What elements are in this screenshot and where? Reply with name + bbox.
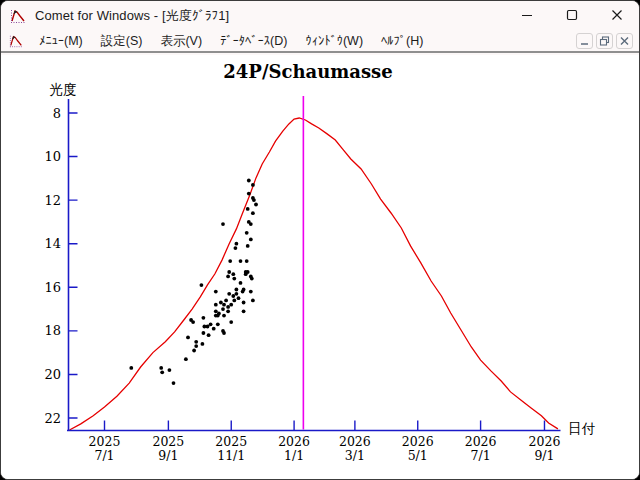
- observation-point: [219, 301, 223, 305]
- x-tick-label-date: 9/1: [158, 448, 178, 463]
- menu-item-view[interactable]: 表示(V): [151, 31, 211, 52]
- observation-point: [251, 183, 255, 187]
- observation-point: [237, 296, 241, 300]
- observation-point: [246, 244, 250, 248]
- observation-point: [254, 203, 258, 207]
- x-tick-label-date: 7/1: [471, 448, 491, 463]
- mdi-restore-button[interactable]: [596, 33, 613, 49]
- observation-point: [226, 309, 230, 313]
- mdi-close-icon: [619, 34, 630, 49]
- x-tick-label-year: 2025: [152, 434, 184, 449]
- observation-point: [229, 303, 233, 307]
- observation-point: [194, 344, 198, 348]
- x-tick-label-date: 7/1: [94, 448, 114, 463]
- x-tick-label-date: 11/1: [217, 448, 245, 463]
- observation-point: [212, 327, 216, 331]
- y-tick-label: 22: [44, 411, 61, 426]
- x-tick-label-date: 3/1: [345, 448, 365, 463]
- observation-point: [235, 242, 239, 246]
- x-tick-label-year: 2026: [465, 434, 497, 449]
- chart-title: 24P/Schaumasse: [223, 61, 392, 82]
- y-tick-label: 14: [44, 236, 61, 251]
- observation-point: [207, 333, 211, 337]
- observation-point: [249, 238, 253, 242]
- observation-point: [226, 275, 230, 279]
- observation-point: [201, 342, 205, 346]
- observation-point: [217, 312, 221, 316]
- menu-item-database[interactable]: ﾃﾞｰﾀﾍﾞｰｽ(D): [211, 32, 296, 50]
- x-tick-label-year: 2025: [215, 434, 247, 449]
- observation-point: [160, 370, 164, 374]
- observation-point: [229, 320, 233, 324]
- y-tick-label: 12: [44, 193, 61, 208]
- observation-point: [242, 309, 246, 313]
- menu-item-help[interactable]: ﾍﾙﾌﾟ(H): [372, 32, 432, 50]
- observation-point: [222, 331, 226, 335]
- menu-item-menu[interactable]: ﾒﾆｭｰ(M): [30, 32, 92, 50]
- x-tick-label-year: 2026: [278, 434, 310, 449]
- title-bar[interactable]: Comet for Windows - [光度ｸﾞﾗﾌ1]: [1, 1, 639, 31]
- observation-point: [221, 222, 225, 226]
- observation-point: [214, 309, 218, 313]
- observation-point: [245, 259, 249, 263]
- observation-point: [226, 305, 230, 309]
- observation-point: [232, 277, 236, 281]
- observation-point: [209, 322, 213, 326]
- observation-point: [231, 294, 235, 298]
- observation-point: [159, 366, 163, 370]
- observation-point: [194, 340, 198, 344]
- observation-point: [228, 259, 232, 263]
- x-axis-title: 日付: [568, 421, 596, 436]
- observation-point: [246, 207, 250, 211]
- window-title: Comet for Windows - [光度ｸﾞﾗﾌ1]: [35, 7, 229, 25]
- close-icon: [611, 9, 623, 24]
- observation-point: [172, 381, 176, 385]
- observation-point: [234, 246, 238, 250]
- x-tick-label-year: 2026: [339, 434, 371, 449]
- predicted-curve: [70, 118, 558, 430]
- mdi-minimize-button[interactable]: [576, 33, 593, 49]
- x-tick-label-year: 2025: [89, 434, 121, 449]
- axes: [67, 99, 561, 431]
- maximize-icon: [566, 9, 578, 24]
- observation-point: [129, 366, 133, 370]
- observation-point: [242, 288, 246, 292]
- observation-point: [235, 288, 239, 292]
- observation-point: [252, 198, 256, 202]
- menu-bar: ﾒﾆｭｰ(M) 設定(S) 表示(V) ﾃﾞｰﾀﾍﾞｰｽ(D) ｳｨﾝﾄﾞｳ(W…: [1, 31, 639, 53]
- observation-point: [250, 277, 254, 281]
- observation-point: [214, 303, 218, 307]
- observation-point: [245, 231, 249, 235]
- observation-point: [222, 303, 226, 307]
- observation-point: [214, 290, 218, 294]
- observation-point: [239, 281, 243, 285]
- maximize-button[interactable]: [549, 1, 594, 31]
- observation-point: [235, 292, 239, 296]
- menu-item-window[interactable]: ｳｨﾝﾄﾞｳ(W): [296, 32, 372, 50]
- minimize-button[interactable]: [504, 1, 549, 31]
- observation-point: [232, 299, 236, 303]
- y-tick-label: 20: [44, 367, 61, 382]
- y-tick-label: 10: [44, 149, 61, 164]
- minimize-icon: [521, 9, 533, 24]
- mdi-minimize-icon: [579, 34, 590, 49]
- mdi-close-button[interactable]: [616, 33, 633, 49]
- observation-point: [186, 336, 190, 340]
- observation-point: [206, 325, 210, 329]
- observation-point: [251, 211, 255, 215]
- close-button[interactable]: [594, 1, 639, 31]
- observation-point: [227, 292, 231, 296]
- x-tick-label-year: 2026: [529, 434, 561, 449]
- mdi-restore-icon: [599, 34, 610, 49]
- observation-point: [184, 357, 188, 361]
- y-axis-title: 光度: [50, 82, 77, 97]
- observation-point: [216, 322, 220, 326]
- x-tick-label-date: 1/1: [284, 448, 304, 463]
- menu-item-settings[interactable]: 設定(S): [92, 31, 152, 52]
- x-tick-label-date: 9/1: [534, 448, 554, 463]
- y-tick-label: 8: [53, 106, 61, 121]
- chart-area: 81012141618202220257/120259/1202511/1202…: [1, 55, 639, 479]
- document-chart-icon: [9, 34, 24, 48]
- light-curve-chart: 81012141618202220257/120259/1202511/1202…: [1, 55, 640, 480]
- observation-point: [249, 222, 253, 226]
